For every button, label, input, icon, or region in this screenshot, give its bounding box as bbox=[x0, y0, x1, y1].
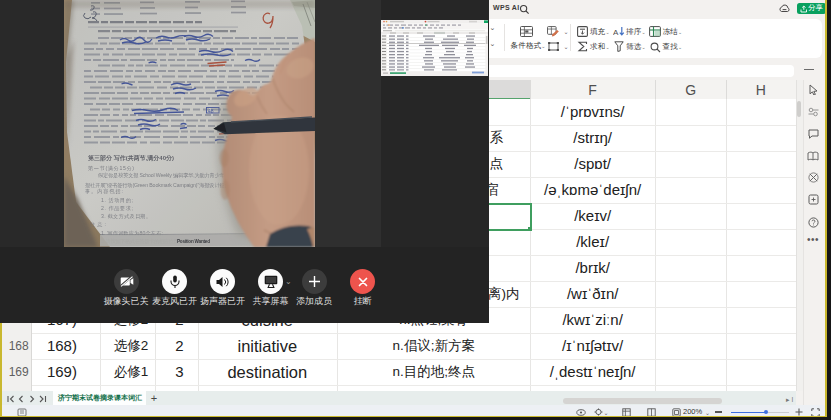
svg-text:A: A bbox=[613, 27, 619, 36]
